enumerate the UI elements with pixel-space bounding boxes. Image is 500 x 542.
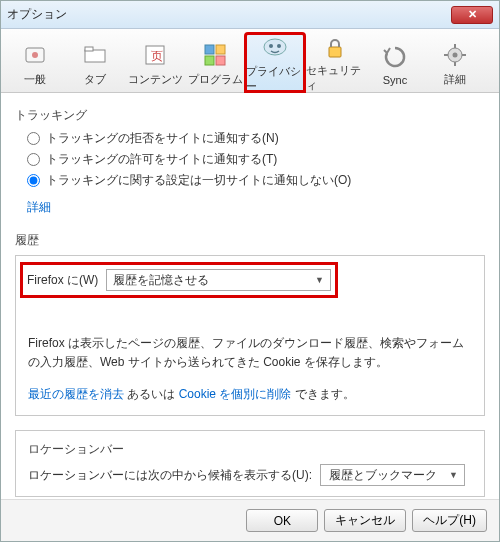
ok-button[interactable]: OK: [246, 509, 318, 532]
svg-rect-9: [216, 56, 225, 65]
svg-point-11: [269, 44, 273, 48]
gear-icon: [439, 40, 471, 70]
tab-label: セキュリティ: [306, 63, 364, 93]
tab-advanced[interactable]: 詳細: [425, 33, 485, 92]
privacy-mask-icon: [259, 34, 291, 62]
content-area: トラッキング トラッキングの拒否をサイトに通知する(N) トラッキングの許可をサ…: [1, 93, 499, 499]
tracking-title: トラッキング: [15, 107, 485, 124]
tracking-details-link[interactable]: 詳細: [27, 199, 51, 216]
svg-point-15: [453, 53, 458, 58]
radio-label: トラッキングの許可をサイトに通知する(T): [46, 151, 277, 168]
tab-label: コンテンツ: [128, 72, 183, 87]
svg-rect-2: [85, 50, 105, 62]
history-link-tail: できます。: [291, 387, 354, 401]
locationbar-label: ロケーションバーには次の中から候補を表示する(U):: [28, 467, 312, 484]
tab-content[interactable]: 页 コンテンツ: [125, 33, 185, 92]
chevron-down-icon: ▼: [449, 470, 458, 480]
svg-rect-7: [216, 45, 225, 54]
tab-applications[interactable]: プログラム: [185, 33, 245, 92]
history-prefix-label: Firefox に(W): [27, 272, 98, 289]
svg-point-12: [277, 44, 281, 48]
tab-label: Sync: [383, 74, 407, 86]
chevron-down-icon: ▼: [315, 275, 324, 285]
svg-rect-6: [205, 45, 214, 54]
tab-label: プライバシー: [246, 64, 304, 94]
tab-privacy[interactable]: プライバシー: [245, 33, 305, 92]
dialog-footer: OK キャンセル ヘルプ(H): [1, 499, 499, 541]
history-select-value: 履歴を記憶させる: [113, 272, 209, 289]
history-section: 履歴 Firefox に(W) 履歴を記憶させる ▼ Firefox は表示した…: [15, 232, 485, 416]
history-box: Firefox に(W) 履歴を記憶させる ▼ Firefox は表示したページ…: [15, 255, 485, 416]
history-link-middle: あるいは: [124, 387, 179, 401]
close-button[interactable]: ✕: [451, 6, 493, 24]
options-window: オプション ✕ 一般 タブ 页 コンテンツ プログラム プライバシー セキュリテ…: [0, 0, 500, 542]
tab-label: 一般: [24, 72, 46, 87]
svg-rect-13: [329, 47, 341, 57]
titlebar: オプション ✕: [1, 1, 499, 29]
lock-icon: [319, 35, 351, 61]
tabs-icon: [79, 40, 111, 70]
help-button[interactable]: ヘルプ(H): [412, 509, 487, 532]
history-title: 履歴: [15, 232, 485, 249]
general-icon: [19, 40, 51, 70]
history-description: Firefox は表示したページの履歴、ファイルのダウンロード履歴、検索やフォー…: [28, 334, 472, 372]
tab-label: プログラム: [188, 72, 243, 87]
tracking-option-allow[interactable]: トラッキングの許可をサイトに通知する(T): [27, 151, 485, 168]
radio-allow[interactable]: [27, 153, 40, 166]
clear-history-link[interactable]: 最近の履歴を消去: [28, 387, 124, 401]
locationbar-select[interactable]: 履歴とブックマーク ▼: [320, 464, 465, 486]
locationbar-section: ロケーションバー ロケーションバーには次の中から候補を表示する(U): 履歴とブ…: [15, 430, 485, 497]
radio-label: トラッキングの拒否をサイトに通知する(N): [46, 130, 279, 147]
tracking-option-none[interactable]: トラッキングに関する設定は一切サイトに通知しない(O): [27, 172, 485, 189]
tab-general[interactable]: 一般: [5, 33, 65, 92]
svg-text:页: 页: [151, 49, 163, 63]
locationbar-select-value: 履歴とブックマーク: [329, 467, 437, 484]
svg-rect-8: [205, 56, 214, 65]
delete-cookies-link[interactable]: Cookie を個別に削除: [179, 387, 292, 401]
tab-tabs[interactable]: タブ: [65, 33, 125, 92]
radio-deny[interactable]: [27, 132, 40, 145]
radio-none[interactable]: [27, 174, 40, 187]
tracking-option-deny[interactable]: トラッキングの拒否をサイトに通知する(N): [27, 130, 485, 147]
locationbar-row: ロケーションバーには次の中から候補を表示する(U): 履歴とブックマーク ▼: [28, 464, 472, 486]
category-toolbar: 一般 タブ 页 コンテンツ プログラム プライバシー セキュリティ Sync 詳: [1, 29, 499, 93]
tab-sync[interactable]: Sync: [365, 33, 425, 92]
history-mode-row: Firefox に(W) 履歴を記憶させる ▼: [20, 262, 338, 298]
window-title: オプション: [7, 6, 451, 23]
sync-icon: [379, 42, 411, 72]
history-links-row: 最近の履歴を消去 あるいは Cookie を個別に削除 できます。: [28, 386, 472, 403]
svg-point-1: [32, 52, 38, 58]
content-icon: 页: [139, 40, 171, 70]
history-mode-select[interactable]: 履歴を記憶させる ▼: [106, 269, 331, 291]
svg-rect-3: [85, 47, 93, 51]
tracking-section: トラッキング トラッキングの拒否をサイトに通知する(N) トラッキングの許可をサ…: [15, 107, 485, 216]
tab-security[interactable]: セキュリティ: [305, 33, 365, 92]
locationbar-title: ロケーションバー: [28, 441, 472, 458]
applications-icon: [199, 40, 231, 70]
tab-label: タブ: [84, 72, 106, 87]
tab-label: 詳細: [444, 72, 466, 87]
close-icon: ✕: [468, 8, 477, 21]
radio-label: トラッキングに関する設定は一切サイトに通知しない(O): [46, 172, 351, 189]
cancel-button[interactable]: キャンセル: [324, 509, 406, 532]
